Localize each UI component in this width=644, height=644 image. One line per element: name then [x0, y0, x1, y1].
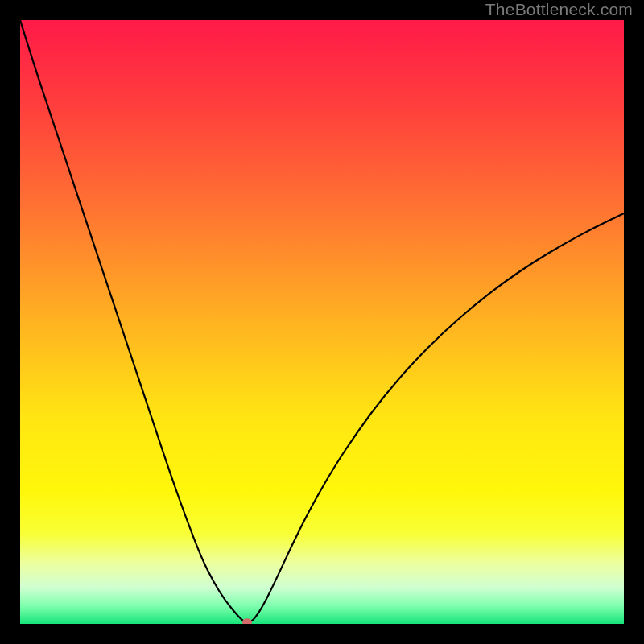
plot-svg [20, 20, 624, 624]
watermark-text: TheBottleneck.com [485, 0, 633, 19]
optimal-point-marker [242, 618, 252, 624]
chart-frame [20, 20, 624, 624]
chart-wrapper: TheBottleneck.com [0, 0, 644, 644]
bottleneck-curve [20, 20, 624, 622]
